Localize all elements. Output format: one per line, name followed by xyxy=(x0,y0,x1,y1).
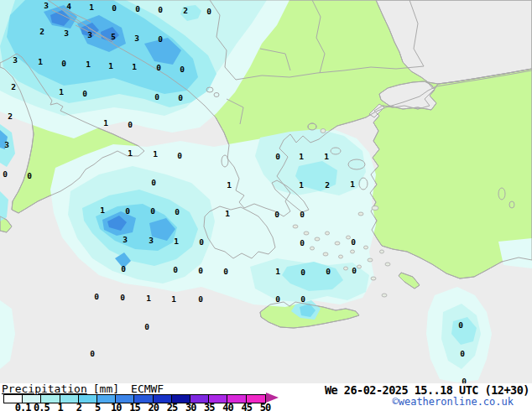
precip-value-label: 1 xyxy=(108,61,113,70)
precip-value-label: 3 xyxy=(13,55,18,65)
scale-tick: 40 xyxy=(222,402,232,411)
precip-value-label: 0 xyxy=(173,265,178,274)
precip-value-label: 0 xyxy=(82,89,87,98)
legend-units: [mm] xyxy=(93,382,119,395)
precip-value-label: 0 xyxy=(198,294,203,304)
precip-value-label: 3 xyxy=(134,34,139,43)
precip-value-label: 1 xyxy=(174,237,179,246)
precip-value-label: 0 xyxy=(199,237,204,247)
precip-value-label: 0 xyxy=(154,92,159,101)
precip-value-label: 2 xyxy=(39,27,44,36)
precip-value-label: 1 xyxy=(100,206,105,215)
precip-value-label: 1 xyxy=(227,180,232,190)
precip-value-label: 0 xyxy=(144,322,149,331)
precip-value-label: 0 xyxy=(462,377,467,383)
precip-value-label: 0 xyxy=(27,171,32,180)
weather-map-page: 3410002023353031011100210002103110011000… xyxy=(0,0,532,411)
precip-value-label: 2 xyxy=(8,112,13,121)
precip-value-label: 4 xyxy=(66,2,71,11)
precip-value-label: 1 xyxy=(153,149,158,159)
scale-tick: 1 xyxy=(58,402,63,411)
precip-value-label: 3 xyxy=(44,1,49,10)
precip-value-label: 0 xyxy=(180,65,185,74)
precip-value-label: 3 xyxy=(149,236,154,245)
scale-tick: 50 xyxy=(260,402,270,411)
precip-value-label: 0 xyxy=(112,3,117,13)
precip-value-label: 0 xyxy=(300,210,305,219)
precip-value-label: 0 xyxy=(177,151,182,160)
copyright-link[interactable]: ©weatheronline.co.uk xyxy=(393,396,514,408)
precip-value-label: 0 xyxy=(178,93,183,102)
scale-tick-labels: 0.10.5125101520253035404550 xyxy=(0,402,285,411)
scale-tick: 20 xyxy=(148,402,158,411)
precip-value-label: 1 xyxy=(350,179,355,189)
precip-value-label: 0 xyxy=(300,238,305,247)
precip-value-label: 1 xyxy=(275,267,280,276)
precip-value-label: 1 xyxy=(171,294,176,304)
scale-tick: 30 xyxy=(185,402,196,411)
precip-value-label: 0 xyxy=(223,267,228,276)
precip-value-label: 0 xyxy=(175,207,180,216)
precip-value-label: 1 xyxy=(38,57,43,66)
precip-value-label: 3 xyxy=(87,30,92,39)
precip-value-label: 0 xyxy=(275,294,280,304)
precip-value-label: 1 xyxy=(299,152,304,161)
precip-value-label: 0 xyxy=(206,7,211,16)
precip-value-label: 0 xyxy=(300,268,305,277)
precip-value-label: 1 xyxy=(128,148,133,158)
map-canvas: 3410002023353031011100210002103110011000… xyxy=(0,0,532,383)
precip-value-label: 0 xyxy=(135,4,140,13)
precip-value-label: 0 xyxy=(158,34,163,44)
precip-value-label: 1 xyxy=(146,294,151,303)
scale-tick: 25 xyxy=(167,402,177,411)
precip-value-label: 3 xyxy=(64,29,69,38)
precip-value-label: 3 xyxy=(4,140,9,149)
precip-value-label: 0 xyxy=(158,5,163,14)
precip-value-label: 0 xyxy=(120,293,125,302)
precip-value-label: 0 xyxy=(351,237,356,247)
precip-value-label: 0 xyxy=(275,152,280,161)
precip-value-label: 2 xyxy=(11,82,16,91)
precip-value-label: 0 xyxy=(90,349,95,358)
precip-value-label: 0 xyxy=(3,169,8,179)
precip-value-label: 0 xyxy=(300,294,305,304)
precip-value-label: 0 xyxy=(61,59,66,68)
scale-tick: 0.5 xyxy=(34,402,50,411)
scale-tick: 10 xyxy=(111,402,121,411)
precip-value-label: 0 xyxy=(150,206,155,216)
precip-value-label: 0 xyxy=(151,178,156,187)
precip-value-label: 1 xyxy=(132,62,137,71)
precip-value-label: 0 xyxy=(352,266,357,275)
scale-tick: 35 xyxy=(204,402,214,411)
precip-value-label: 0 xyxy=(274,210,279,219)
precip-value-label: 1 xyxy=(89,3,94,12)
precip-value-label: 1 xyxy=(59,87,64,96)
scale-tick: 5 xyxy=(95,402,100,411)
valid-time-label: We 26-02-2025 15..18 UTC (12+30) xyxy=(325,383,529,397)
precip-value-label: 0 xyxy=(460,349,465,358)
scale-tick: 15 xyxy=(129,402,139,411)
precip-value-label: 3 xyxy=(123,235,128,244)
scale-tick: 0.1 xyxy=(15,402,31,411)
legend-bar: Precipitation[mm]ECMWF 0.10.512510152025… xyxy=(0,383,532,411)
scale-tick: 2 xyxy=(76,402,81,411)
precip-value-label: 1 xyxy=(103,118,108,127)
precipitation-map: 3410002023353031011100210002103110011000… xyxy=(0,0,532,383)
precip-value-label: 0 xyxy=(125,206,130,216)
precip-value-label: 0 xyxy=(94,292,99,301)
precip-value-label: 1 xyxy=(299,180,304,190)
precip-value-label: 2 xyxy=(325,180,330,190)
precip-value-label: 1 xyxy=(225,209,230,218)
scale-tick: 45 xyxy=(242,402,252,411)
precip-value-label: 5 xyxy=(111,32,116,41)
precip-value-label: 0 xyxy=(128,120,133,129)
legend-param-name: Precipitation xyxy=(2,382,87,395)
precip-value-label: 1 xyxy=(324,152,329,161)
precip-value-label: 1 xyxy=(86,60,91,69)
precip-value-label: 0 xyxy=(198,266,203,275)
precip-value-label: 2 xyxy=(183,6,188,15)
precip-value-label: 0 xyxy=(326,267,331,276)
precip-value-label: 0 xyxy=(121,264,126,273)
legend-title: Precipitation[mm]ECMWF xyxy=(2,382,164,395)
model-name: ECMWF xyxy=(131,382,164,395)
